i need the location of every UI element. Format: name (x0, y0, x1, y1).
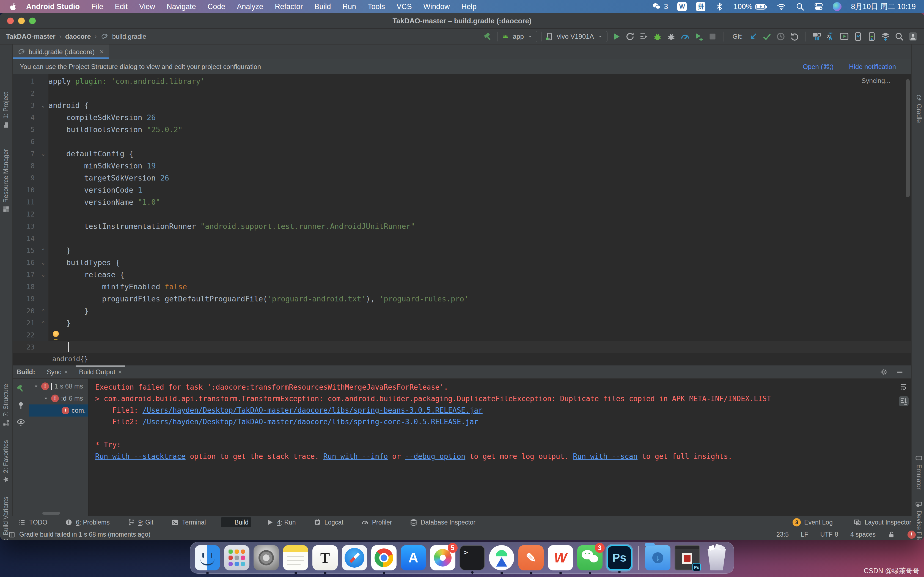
tool-stripe-emulator[interactable]: Emulator (915, 455, 922, 490)
dock-launchpad[interactable] (224, 545, 249, 571)
hide-notification-link[interactable]: Hide notification (849, 63, 896, 71)
statusbar-control-center[interactable] (814, 2, 823, 11)
line-number[interactable]: 17 (13, 271, 38, 279)
menu-item-tools[interactable]: Tools (362, 0, 391, 13)
fold-down-icon[interactable]: ⌄ (38, 259, 48, 266)
device-manager-icon[interactable] (867, 32, 877, 42)
code-line-16[interactable]: 16⌄ buildTypes { (13, 256, 911, 268)
toolwindow-git[interactable]: 9: Git (124, 517, 156, 527)
make-project-icon[interactable] (483, 32, 493, 42)
device-profiler-icon[interactable] (853, 32, 863, 42)
menu-item-build[interactable]: Build (309, 0, 337, 13)
code-line-1[interactable]: 1apply plugin: 'com.android.library' (13, 75, 911, 87)
rerun-build-icon[interactable] (16, 384, 26, 393)
line-number[interactable]: 3 (13, 102, 38, 110)
build-tree-row-1[interactable]: !1 s 68 ms (29, 380, 88, 392)
status-4-spaces[interactable]: 4 spaces (850, 531, 876, 538)
code-line-20[interactable]: 20⌃ } (13, 305, 911, 317)
tool-stripe-7-structure[interactable]: 7: Structure (2, 384, 10, 426)
toolwindow-terminal[interactable]: Terminal (168, 517, 209, 527)
code-line-6[interactable]: 6 (13, 135, 911, 148)
code-editor[interactable]: 1apply plugin: 'com.android.library'23⌄a… (13, 74, 911, 353)
search-everywhere-icon[interactable] (894, 32, 904, 42)
build-tab-build-output[interactable]: Build Output× (73, 366, 127, 378)
fold-up-icon[interactable]: ⌃ (38, 308, 48, 314)
tab-build-gradle[interactable]: build.gradle (:daocore) × (13, 45, 108, 59)
code-line-8[interactable]: 8 minSdkVersion 19 (13, 160, 911, 172)
code-line-15[interactable]: 15⌃ } (13, 244, 911, 256)
filter-eye-icon[interactable] (16, 417, 26, 427)
build-tab-sync[interactable]: Sync× (41, 366, 73, 378)
line-number[interactable]: 16 (13, 259, 38, 266)
line-number[interactable]: 5 (13, 126, 38, 134)
dock-trash[interactable] (704, 545, 729, 571)
tool-stripe-gradle[interactable]: Gradle (915, 94, 922, 123)
status-utf-8[interactable]: UTF-8 (820, 531, 838, 538)
build-tree-row-2[interactable]: !:d 6 ms (29, 392, 88, 405)
toolwindow-event-log[interactable]: 3Event Log (790, 517, 835, 527)
line-number[interactable]: 19 (13, 295, 38, 303)
statusbar-wifi[interactable] (777, 2, 786, 11)
dock-textedit[interactable]: T (312, 545, 338, 571)
zoom-window-button[interactable] (29, 18, 36, 24)
line-number[interactable]: 11 (13, 198, 38, 206)
tree-hscrollbar[interactable] (42, 512, 60, 515)
console-link[interactable]: Run with --info (323, 452, 388, 461)
dock-downloads-folder[interactable]: ↓ (645, 545, 670, 571)
line-number[interactable]: 4 (13, 113, 38, 121)
tool-stripe-build-variants[interactable]: Build Variants (2, 497, 10, 540)
console-link[interactable]: Run with --stacktrace (95, 452, 186, 461)
toolwindow-build[interactable]: Build (221, 517, 251, 527)
pin-icon[interactable] (16, 401, 26, 410)
close-tab-icon[interactable]: × (118, 368, 122, 376)
code-line-4[interactable]: 4 compileSdkVersion 26 (13, 111, 911, 123)
dock-system-preferences[interactable] (254, 545, 279, 571)
attach-debugger-icon[interactable] (666, 32, 676, 42)
code-line-5[interactable]: 5 buildToolsVersion "25.0.2" (13, 123, 911, 135)
intention-bulb-icon[interactable] (53, 331, 59, 337)
statusbar-wechat-menu[interactable]: 3 (652, 2, 668, 11)
dock-wechat[interactable]: 3 (577, 545, 603, 571)
close-window-button[interactable] (7, 18, 14, 24)
toolwindow-logcat[interactable]: Logcat (311, 517, 346, 527)
line-number[interactable]: 22 (13, 331, 38, 339)
statusbar-wps-menu[interactable]: W (677, 2, 687, 11)
code-line-9[interactable]: 9 targetSdkVersion 26 (13, 172, 911, 184)
code-line-7[interactable]: 7⌄ defaultConfig { (13, 148, 911, 160)
dock-wps-office[interactable]: W (548, 545, 573, 571)
tool-stripe-2-favorites[interactable]: 2: Favorites (2, 440, 10, 483)
line-number[interactable]: 13 (13, 222, 38, 230)
toolwindow-todo[interactable]: TODO (15, 517, 50, 527)
breadcrumb-file[interactable]: build.gradle (112, 33, 146, 40)
running-devices-icon[interactable] (839, 32, 849, 42)
line-number[interactable]: 20 (13, 307, 38, 315)
menu-app-name[interactable]: Android Studio (20, 0, 86, 13)
line-number[interactable]: 23 (13, 343, 38, 351)
profile-low-overhead-icon[interactable] (694, 32, 704, 42)
git-commit-icon[interactable] (762, 32, 772, 42)
dock-safari[interactable] (342, 545, 367, 571)
build-tree-row-3[interactable]: !com. (29, 405, 88, 417)
chevron-down-icon[interactable] (43, 395, 49, 401)
line-number[interactable]: 18 (13, 283, 38, 291)
fold-up-icon[interactable]: ⌃ (38, 320, 48, 326)
line-number[interactable]: 10 (13, 186, 38, 194)
line-number[interactable]: 6 (13, 138, 38, 146)
code-line-19[interactable]: 19 proguardFiles getDefaultProguardFile(… (13, 293, 911, 305)
fold-down-icon[interactable]: ⌄ (38, 102, 48, 108)
open-project-structure-link[interactable]: Open (⌘;) (803, 63, 834, 71)
editor-scrollbar[interactable] (906, 79, 910, 197)
console-link[interactable]: --debug option (405, 452, 465, 461)
console-link[interactable]: /Users/hayden/Desktop/TakDAO-master/daoc… (142, 406, 483, 414)
dock-finder[interactable] (195, 545, 220, 571)
statusbar-bluetooth[interactable] (715, 2, 724, 11)
apply-code-changes-icon[interactable] (639, 32, 649, 42)
menu-item-vcs[interactable]: VCS (391, 0, 418, 13)
minimize-window-button[interactable] (18, 18, 25, 24)
line-number[interactable]: 14 (13, 234, 38, 242)
code-line-21[interactable]: 21⌃ } (13, 317, 911, 329)
code-line-10[interactable]: 10 versionCode 1 (13, 184, 911, 196)
code-line-11[interactable]: 11 versionName "1.0" (13, 196, 911, 208)
statusbar-battery[interactable]: 100% (733, 0, 767, 13)
code-line-18[interactable]: 18 minifyEnabled false (13, 280, 911, 293)
